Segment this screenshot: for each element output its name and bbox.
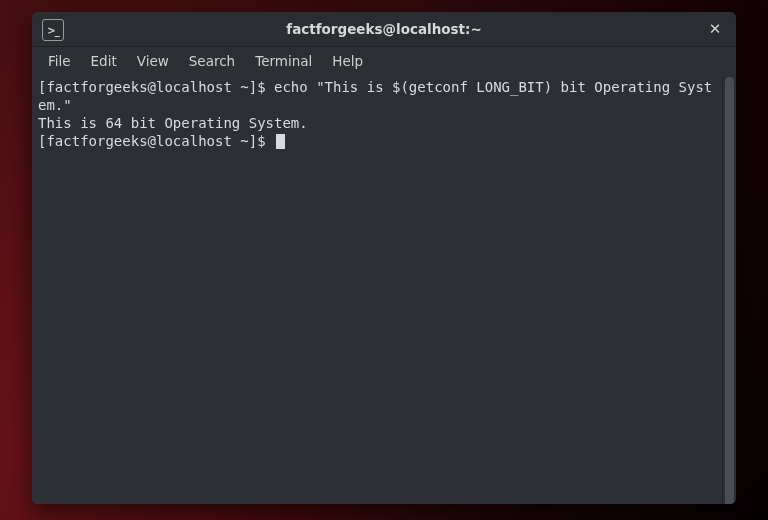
terminal-icon bbox=[42, 19, 64, 41]
window-title: factforgeeks@localhost:~ bbox=[286, 21, 481, 37]
desktop-background: factforgeeks@localhost:~ ✕ File Edit Vie… bbox=[0, 0, 768, 520]
close-icon: ✕ bbox=[709, 20, 722, 38]
terminal-line: This is 64 bit Operating System. bbox=[38, 115, 718, 133]
terminal-body[interactable]: [factforgeeks@localhost ~]$ echo "This i… bbox=[32, 75, 722, 504]
menu-file[interactable]: File bbox=[38, 50, 81, 72]
menubar: File Edit View Search Terminal Help bbox=[32, 47, 736, 75]
menu-help[interactable]: Help bbox=[322, 50, 373, 72]
terminal-window: factforgeeks@localhost:~ ✕ File Edit Vie… bbox=[32, 12, 736, 504]
scrollbar-thumb[interactable] bbox=[725, 77, 734, 504]
menu-view[interactable]: View bbox=[127, 50, 179, 72]
menu-search[interactable]: Search bbox=[179, 50, 245, 72]
scrollbar-track[interactable] bbox=[722, 75, 736, 504]
titlebar[interactable]: factforgeeks@localhost:~ ✕ bbox=[32, 12, 736, 47]
close-button[interactable]: ✕ bbox=[702, 17, 728, 41]
terminal-body-wrap: [factforgeeks@localhost ~]$ echo "This i… bbox=[32, 75, 736, 504]
menu-terminal[interactable]: Terminal bbox=[245, 50, 322, 72]
terminal-line: [factforgeeks@localhost ~]$ echo "This i… bbox=[38, 79, 718, 115]
menu-edit[interactable]: Edit bbox=[81, 50, 127, 72]
terminal-line: [factforgeeks@localhost ~]$ bbox=[38, 133, 718, 151]
cursor bbox=[276, 134, 285, 149]
